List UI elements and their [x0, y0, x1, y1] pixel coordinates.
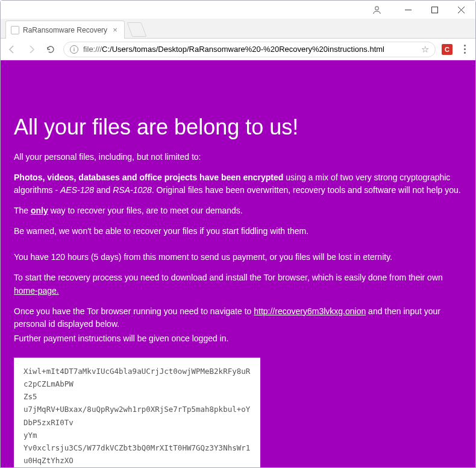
user-icon[interactable] — [369, 2, 384, 17]
note-line-6: To start the recovery process you need t… — [14, 271, 462, 297]
url-input[interactable]: i file:///C:/Users/tomas/Desktop/RaRanso… — [63, 42, 436, 57]
browser-window: RaRansomware Recovery × i file:///C:/Use… — [0, 0, 476, 468]
new-tab-button[interactable] — [127, 22, 147, 37]
note-line-4: Be warned, we won't be able to recover y… — [14, 225, 462, 238]
close-button[interactable] — [448, 1, 474, 18]
back-button[interactable] — [5, 43, 19, 56]
tab-close-button[interactable]: × — [111, 26, 119, 34]
forward-button[interactable] — [25, 43, 38, 56]
page-content: All your files are belong to us! All you… — [1, 60, 475, 467]
note-line-2: Photos, videos, databases and office pro… — [14, 171, 462, 197]
window-titlebar — [1, 1, 475, 19]
note-line-7: Once you have the Tor browser running yo… — [14, 305, 462, 331]
address-bar: i file:///C:/Users/tomas/Desktop/RaRanso… — [1, 39, 475, 60]
tab-strip: RaRansomware Recovery × — [1, 19, 475, 39]
note-line-5: You have 120 hours (5 days) from this mo… — [14, 251, 462, 264]
favicon-icon — [11, 26, 19, 34]
browser-tab[interactable]: RaRansomware Recovery × — [5, 21, 125, 39]
personal-id-box: Xiwl+mIt4DT7aMkvIUcG4bla9aUCrjJct0owjWPM… — [14, 358, 260, 467]
note-line-8: Further payment instructions will be giv… — [14, 332, 462, 346]
reload-button[interactable] — [44, 43, 57, 56]
tab-title: RaRansomware Recovery — [23, 26, 107, 34]
ransom-note-body: All your personal files, including, but … — [14, 151, 462, 346]
extension-badge[interactable]: C — [442, 44, 453, 55]
tor-homepage-link[interactable]: home-page. — [14, 286, 59, 296]
svg-rect-2 — [431, 7, 437, 13]
browser-menu-button[interactable] — [459, 43, 471, 55]
maximize-button[interactable] — [421, 1, 448, 18]
page-headline: All your files are belong to us! — [14, 115, 462, 140]
minimize-button[interactable] — [395, 1, 421, 18]
site-info-icon[interactable]: i — [70, 45, 78, 54]
url-text: file:///C:/Users/tomas/Desktop/RaRansomw… — [83, 45, 416, 54]
svg-point-0 — [375, 6, 378, 10]
bookmark-star-icon[interactable]: ☆ — [421, 44, 429, 55]
note-line-1: All your personal files, including, but … — [14, 151, 462, 164]
onion-link[interactable]: http://recovery6m3lvkxg.onion — [254, 306, 366, 316]
note-line-3: The only way to recover your files, are … — [14, 204, 462, 218]
